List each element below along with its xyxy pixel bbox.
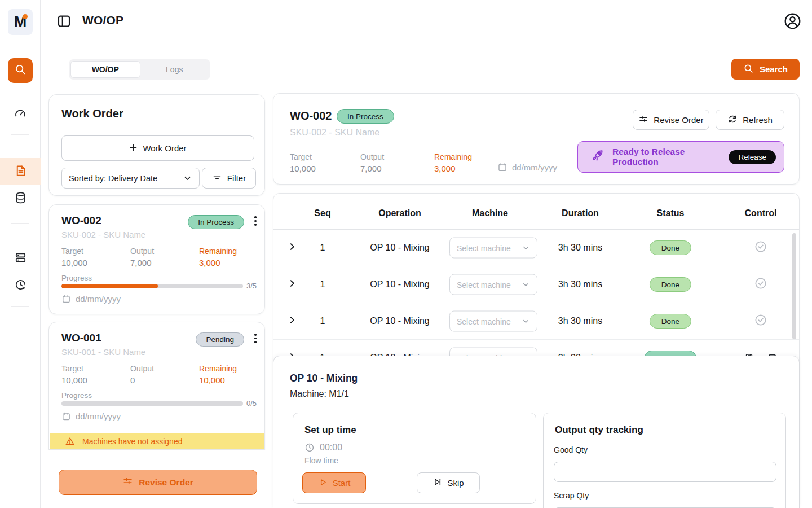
progress-label: Progress: [61, 274, 92, 282]
col-header-machine: Machine: [472, 208, 508, 218]
revise-order-footer-label: Revise Order: [139, 478, 193, 488]
detail-sku-label: SKU-002 - SKU Name: [290, 128, 379, 138]
operation-detail-sheet: OP 10 - Mixing Machine: M1/1 Set up time…: [273, 356, 800, 508]
work-order-panel-title: Work Order: [61, 107, 123, 120]
sidebar-item-history[interactable]: [0, 272, 41, 299]
progress-bar: [61, 401, 243, 406]
view-tabs: WO/OP Logs: [69, 59, 210, 80]
calendar-icon: [61, 411, 71, 421]
duration-cell: 3h 30 mins: [558, 316, 602, 326]
progress-bar: [61, 284, 243, 288]
col-header-seq: Seq: [314, 208, 330, 218]
start-button[interactable]: Start: [302, 472, 366, 493]
flow-time-label: Flow time: [304, 456, 338, 465]
target-stat: Target 10,000: [61, 247, 130, 268]
sku-label: SKU-001 - SKU Name: [61, 347, 145, 357]
progress-fill: [61, 284, 158, 288]
check-circle-icon[interactable]: [754, 240, 767, 256]
table-scrollbar[interactable]: [792, 233, 796, 339]
sliders-icon: [122, 476, 133, 489]
chevron-down-icon: [522, 317, 530, 326]
revise-order-label: Revise Order: [654, 115, 703, 125]
user-avatar-icon[interactable]: [783, 12, 802, 33]
chevron-right-icon[interactable]: [287, 315, 297, 327]
calendar-icon: [61, 294, 71, 304]
sidebar-divider: [11, 134, 29, 135]
col-header-control: Control: [745, 208, 777, 218]
refresh-button[interactable]: Refresh: [716, 110, 784, 130]
work-order-card-wo-002[interactable]: WO-002 In Process SKU-002 - SKU Name Tar…: [48, 204, 265, 314]
work-order-card-wo-001[interactable]: WO-001 Pending SKU-001 - SKU Name Target…: [48, 322, 265, 450]
good-qty-input[interactable]: [554, 462, 776, 482]
rocket-icon: [590, 149, 604, 165]
duration-cell: 3h 30 mins: [558, 243, 602, 253]
skip-icon: [433, 477, 443, 489]
seq-cell: 1: [320, 316, 325, 326]
refresh-icon: [727, 114, 738, 126]
kebab-menu-icon[interactable]: [254, 334, 257, 343]
refresh-label: Refresh: [743, 115, 773, 125]
release-banner-text: Ready to Release Production: [612, 147, 721, 167]
kebab-menu-icon[interactable]: [254, 216, 257, 226]
sidebar-item-machines[interactable]: [0, 245, 41, 272]
search-icon: [14, 63, 27, 78]
delivery-date: dd/mm/yyyy: [61, 294, 121, 304]
sidebar-search-button[interactable]: [8, 58, 33, 83]
app-logo[interactable]: M: [8, 9, 33, 35]
chevron-right-icon[interactable]: [287, 278, 297, 291]
col-header-duration: Duration: [562, 208, 599, 218]
status-badge: Done: [650, 240, 691, 255]
flow-time-value: 00:00: [304, 443, 342, 453]
operation-machine: Machine: M1/1: [290, 389, 349, 399]
gauge-icon: [14, 108, 27, 124]
clock-icon: [304, 443, 315, 453]
panel-toggle-icon[interactable]: [56, 14, 72, 31]
good-qty-label: Good Qty: [554, 445, 588, 454]
check-circle-icon[interactable]: [754, 277, 767, 292]
sidebar-item-dashboard[interactable]: [0, 102, 41, 129]
play-icon: [318, 478, 328, 489]
revise-order-button[interactable]: Revise Order: [633, 110, 709, 130]
chevron-right-icon[interactable]: [287, 242, 297, 254]
sidebar-item-work-orders[interactable]: [0, 158, 41, 185]
sidebar-item-database[interactable]: [0, 185, 41, 212]
tab-logs[interactable]: Logs: [140, 61, 209, 78]
release-button[interactable]: Release: [729, 150, 776, 164]
status-badge: Done: [650, 277, 691, 292]
output-qty-card: Output qty tracking Good Qty Scrap Qty: [543, 413, 786, 508]
machine-select[interactable]: Select machine: [449, 274, 537, 295]
filter-icon: [212, 172, 222, 184]
calendar-icon: [497, 162, 508, 172]
sort-dropdown[interactable]: Sorted by: Delivery Date: [61, 168, 200, 189]
detail-output-stat: Output 7,000: [360, 152, 434, 173]
work-order-id: WO-002: [61, 214, 102, 227]
operation-row: 1 OP 10 - Mixing Select machine 3h 30 mi…: [273, 230, 799, 266]
seq-cell: 1: [320, 243, 325, 253]
sidebar-divider: [11, 223, 29, 224]
machine-select[interactable]: Select machine: [449, 311, 537, 332]
check-circle-icon[interactable]: [754, 313, 767, 329]
output-stat: Output 7,000: [130, 247, 199, 268]
detail-status-badge: In Process: [337, 109, 394, 124]
add-work-order-button[interactable]: Work Order: [61, 135, 254, 161]
machine-select[interactable]: Select machine: [449, 238, 537, 259]
revise-order-footer-button[interactable]: Revise Order: [59, 470, 257, 495]
start-button-label: Start: [333, 478, 351, 488]
output-qty-title: Output qty tracking: [555, 424, 643, 436]
detail-target-stat: Target 10,000: [290, 152, 360, 173]
remaining-stat: Remaining 3,000: [199, 247, 237, 268]
filter-button[interactable]: Filter: [202, 168, 256, 189]
chevron-down-icon: [183, 173, 192, 183]
status-badge: Pending: [196, 332, 244, 347]
document-icon: [14, 164, 27, 179]
operation-title: OP 10 - Mixing: [290, 373, 358, 384]
progress-label: Progress: [61, 391, 92, 400]
search-button[interactable]: Search: [731, 59, 800, 80]
setup-time-title: Set up time: [304, 424, 356, 436]
detail-remaining-stat: Remaining 3,000: [434, 152, 497, 173]
skip-button[interactable]: Skip: [417, 472, 480, 493]
status-badge: In Process: [188, 215, 244, 229]
skip-button-label: Skip: [447, 478, 464, 488]
server-icon: [14, 251, 27, 266]
tab-wo-op[interactable]: WO/OP: [70, 61, 140, 78]
